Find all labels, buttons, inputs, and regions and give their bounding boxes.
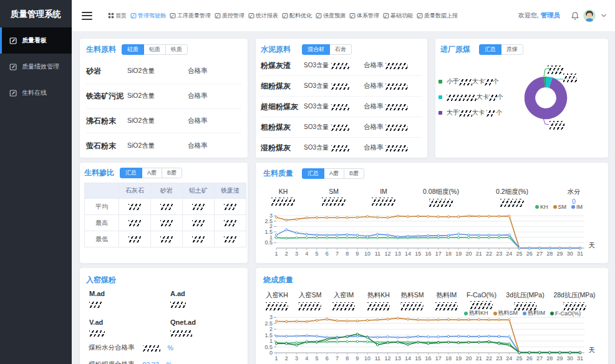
tab-mill-b[interactable]: B磨 (344, 168, 364, 179)
legend-item-mid[interactable]: 大卡个 (438, 89, 503, 105)
x-axis-label: 2 (285, 251, 288, 257)
x-axis-label: 29 (557, 355, 563, 362)
x-axis-label: 27 (536, 251, 543, 257)
tab-silicon[interactable]: 硅质 (122, 44, 144, 55)
redacted-value (128, 236, 141, 242)
legend-item-IM[interactable]: IM (571, 204, 583, 210)
redacted-value (170, 330, 192, 337)
legend-item-SM[interactable]: SM (553, 204, 567, 210)
material-name: 粗粉煤灰 (261, 122, 291, 133)
tab-summary[interactable]: 汇总 (302, 168, 324, 179)
tab-mill-b[interactable]: B磨 (162, 168, 182, 178)
x-axis-label: 31 (577, 355, 583, 362)
tab-blend[interactable]: 混合材 (302, 44, 330, 55)
tab-summary[interactable]: 汇总 (120, 168, 142, 178)
donut-segment[interactable] (546, 82, 551, 83)
nav-item-label: 基础功能 (390, 12, 413, 20)
nav-item-2[interactable]: 工序质量管理 (170, 12, 211, 20)
rate-label: 合格率 (364, 61, 384, 70)
redacted-value (192, 219, 205, 226)
y-axis-label: 2 (269, 223, 273, 229)
redacted-value (128, 219, 141, 226)
nav-item-4[interactable]: 统计报表 (248, 12, 278, 20)
edit-board-icon (130, 12, 137, 19)
y-axis-label: 1 (269, 234, 273, 241)
metric-moisture: 水分 0 (568, 188, 581, 205)
tab-summary[interactable]: 汇总 (479, 44, 501, 55)
card-incoming-coal: 进厂原煤 汇总 原煤 小于大卡个 大卡个 (435, 39, 608, 158)
x-axis-label: 6 (326, 251, 329, 257)
metric-label: F-CaO(%) (467, 291, 496, 299)
redacted-value (487, 109, 495, 117)
coal-donut-chart[interactable] (508, 60, 584, 136)
tab-mill-a[interactable]: A磨 (324, 168, 344, 179)
nav-item-1[interactable]: 管理驾驶舱 (130, 12, 166, 20)
metric-label: 入窑SM (299, 291, 322, 300)
x-axis-label: 30 (567, 251, 573, 257)
y-axis-label: 1 (269, 338, 273, 344)
x-axis-label: 11 (375, 251, 380, 257)
raw-material-tabs: 硅质 铝质 铁质 (122, 44, 188, 55)
burn-quality-line-chart[interactable]: 00.511.522.53123456789101112131415161718… (263, 313, 601, 363)
metric-4: 熟料SM (401, 291, 424, 310)
menu-toggle-icon[interactable] (82, 12, 92, 20)
nav-item-9[interactable]: 质量数据上报 (417, 12, 458, 20)
metric-sm: SM (322, 188, 346, 206)
row-label: 平均 (85, 199, 119, 215)
metric-im: IM (372, 188, 395, 206)
nav-item-8[interactable]: 基础功能 (383, 12, 413, 20)
legend-text: 大卡 (477, 93, 489, 102)
x-axis-label: 17 (435, 355, 442, 362)
username[interactable]: 管理员 (541, 11, 561, 20)
metric-3: 熟料KH (367, 291, 390, 310)
metric-label: SO3含量 (304, 123, 329, 132)
sidebar-item-quality-board[interactable]: 质量看板 (0, 27, 72, 54)
x-axis-label: 7 (336, 251, 339, 257)
nav-item-6[interactable]: 强度预测 (316, 12, 346, 20)
tab-gypsum[interactable]: 石膏 (329, 44, 352, 55)
edit-board-icon (316, 12, 322, 19)
legend-label: SM (558, 204, 567, 210)
material-name: 湿粉煤灰 (261, 143, 291, 153)
sidebar-item-label: 质量看板 (22, 36, 47, 45)
redacted-value (192, 236, 205, 242)
nav-item-3[interactable]: 质控管理 (215, 12, 245, 20)
nav-item-5[interactable]: 配料优化 (282, 12, 312, 20)
avatar[interactable] (583, 9, 596, 22)
x-axis-label: 16 (425, 355, 431, 362)
x-axis-label: 26 (526, 355, 533, 362)
redacted-value (331, 123, 349, 131)
tab-mill-a[interactable]: A磨 (142, 168, 162, 178)
nav-item-7[interactable]: 体系管理 (349, 12, 379, 20)
donut-label-line (543, 118, 549, 125)
x-unit-label: 天 (589, 242, 595, 249)
legend-item-KH[interactable]: KH (535, 204, 548, 210)
nav-item-label: 配料优化 (289, 12, 312, 20)
metric-label: SiO2含量 (127, 141, 155, 150)
card-title: 生料质量 (263, 168, 293, 179)
x-axis-label: 28 (546, 251, 553, 257)
nav-item-0[interactable]: 首页 (108, 12, 127, 20)
rate-unit: % (167, 361, 172, 364)
redacted-donut-label (563, 74, 577, 82)
legend-dot (535, 205, 539, 209)
field-label: M.ad (89, 290, 105, 297)
sidebar-item-quality-performance[interactable]: 质量绩效管理 (0, 54, 72, 80)
y-axis-label: 3 (269, 314, 273, 320)
nav-item-label: 管理驾驶舱 (138, 12, 166, 20)
bell-icon[interactable] (571, 11, 579, 21)
x-axis-label: 31 (577, 251, 583, 257)
raw-quality-line-chart[interactable]: 0.511.522.531234567891011121314151617181… (263, 212, 601, 258)
card-title: 烧成质量 (263, 275, 293, 285)
legend-item-below[interactable]: 小于大卡个 (438, 74, 503, 89)
redacted-value (331, 103, 349, 110)
metric-label: SiO2含量 (127, 67, 155, 75)
x-axis-label: 16 (425, 251, 431, 257)
tab-aluminum[interactable]: 铝质 (143, 44, 166, 55)
chevron-down-icon[interactable] (601, 12, 607, 19)
legend-item-above[interactable]: 大于大卡 个 (438, 105, 503, 120)
sidebar-item-raw-online[interactable]: 生料在线 (0, 80, 72, 106)
tab-raw-coal[interactable]: 原煤 (501, 44, 523, 55)
material-row: 砂岩 SiO2含量 合格率 (86, 59, 241, 84)
tab-iron[interactable]: 铁质 (165, 44, 188, 55)
